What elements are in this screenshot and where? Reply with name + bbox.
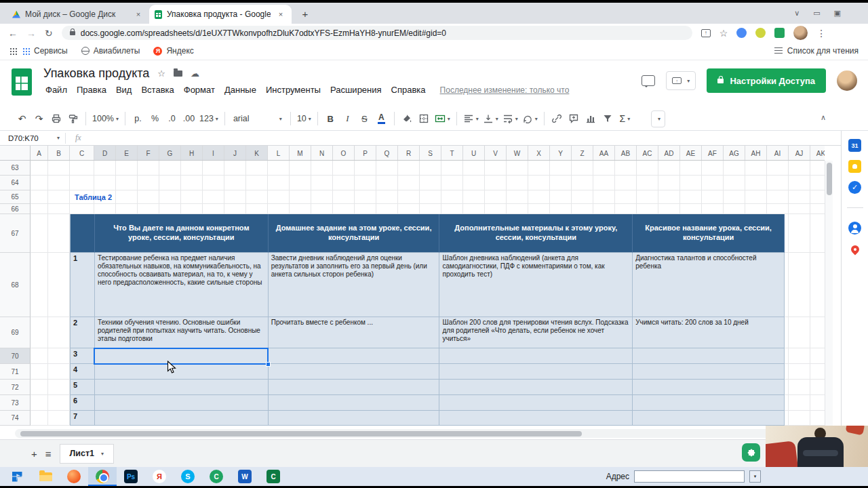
table-row-number[interactable]: 4 bbox=[71, 364, 95, 380]
reload-icon[interactable]: ↻ bbox=[45, 28, 53, 38]
cell-AK68[interactable] bbox=[810, 253, 825, 317]
horizontal-scrollbar[interactable] bbox=[15, 429, 823, 438]
cell-O64[interactable] bbox=[333, 176, 355, 190]
paint-format-button[interactable] bbox=[64, 110, 81, 127]
cell-AD64[interactable] bbox=[658, 176, 680, 190]
table-row-number[interactable]: 5 bbox=[71, 380, 95, 395]
bookmark-services[interactable]: Сервисы bbox=[22, 46, 68, 56]
functions-button[interactable]: Σ▾ bbox=[616, 110, 633, 127]
address-bar[interactable]: docs.google.com/spreadsheets/d/1eUX7TWko… bbox=[62, 26, 692, 40]
cell-T64[interactable] bbox=[441, 176, 463, 190]
cell-T66[interactable] bbox=[441, 204, 463, 214]
cell-AJ64[interactable] bbox=[789, 176, 810, 190]
cell-O63[interactable] bbox=[333, 161, 355, 176]
cell-AJ63[interactable] bbox=[789, 161, 810, 176]
cell-L66[interactable] bbox=[268, 204, 290, 214]
horizontal-align-button[interactable]: ▾ bbox=[461, 110, 481, 127]
column-header-Z[interactable]: Z bbox=[572, 146, 593, 161]
number-format-button[interactable]: 123▾ bbox=[197, 110, 220, 127]
table-cell-7-2[interactable] bbox=[269, 411, 440, 426]
menu-format[interactable]: Формат bbox=[179, 82, 220, 98]
column-header-H[interactable]: H bbox=[181, 146, 203, 161]
cell-L65[interactable] bbox=[268, 190, 290, 204]
table-header-2[interactable]: Домашнее задание на этом уроке, сессии, … bbox=[269, 214, 440, 253]
menu-tools[interactable]: Инструменты bbox=[261, 82, 326, 98]
browser-profile-avatar[interactable] bbox=[793, 26, 808, 40]
table-cell-6-3[interactable] bbox=[439, 395, 633, 411]
vertical-scroll-thumb[interactable] bbox=[827, 163, 832, 195]
cell-AK67[interactable] bbox=[810, 214, 825, 253]
cell-J64[interactable] bbox=[224, 176, 246, 190]
cell-W64[interactable] bbox=[507, 176, 528, 190]
cell-AD63[interactable] bbox=[658, 161, 680, 176]
table-row-number[interactable]: 2 bbox=[71, 317, 95, 348]
cell-AI63[interactable] bbox=[767, 161, 789, 176]
row-header-65[interactable]: 65 bbox=[0, 190, 31, 204]
column-header-K[interactable]: K bbox=[246, 146, 268, 161]
cell-M65[interactable] bbox=[290, 190, 311, 204]
cell-U65[interactable] bbox=[463, 190, 485, 204]
cell-AK73[interactable] bbox=[810, 395, 825, 411]
name-box[interactable]: D70:K70 ▾ bbox=[0, 134, 65, 142]
print-button[interactable] bbox=[47, 110, 64, 127]
cell-O65[interactable] bbox=[333, 190, 355, 204]
star-icon[interactable]: ☆ bbox=[157, 68, 165, 79]
column-header-T[interactable]: T bbox=[441, 146, 463, 161]
cell-Y63[interactable] bbox=[550, 161, 572, 176]
menu-insert[interactable]: Вставка bbox=[136, 82, 178, 98]
table-cell-5-3[interactable] bbox=[439, 380, 633, 395]
close-tab-icon[interactable]: × bbox=[275, 9, 286, 20]
column-header-S[interactable]: S bbox=[420, 146, 441, 161]
undo-button[interactable]: ↶ bbox=[14, 110, 31, 127]
column-header-M[interactable]: M bbox=[290, 146, 311, 161]
cell-K66[interactable] bbox=[246, 204, 268, 214]
cell-AA65[interactable] bbox=[593, 190, 615, 204]
table-cell-6-2[interactable] bbox=[269, 395, 440, 411]
cell-J65[interactable] bbox=[224, 190, 246, 204]
chrome-button[interactable] bbox=[88, 467, 117, 486]
cell-F64[interactable] bbox=[138, 176, 159, 190]
comments-icon[interactable] bbox=[642, 75, 655, 86]
cell-X65[interactable] bbox=[528, 190, 550, 204]
cell-A73[interactable] bbox=[31, 395, 48, 411]
cell-Y64[interactable] bbox=[550, 176, 572, 190]
bookmark-yandex[interactable]: Я Яндекс bbox=[153, 46, 193, 56]
cell-R65[interactable] bbox=[398, 190, 420, 204]
format-percent-button[interactable]: % bbox=[146, 110, 163, 127]
zoom-select[interactable]: 100%▾ bbox=[90, 110, 121, 127]
cell-R64[interactable] bbox=[398, 176, 420, 190]
table-cell-4-4[interactable] bbox=[633, 364, 785, 380]
cell-AC66[interactable] bbox=[637, 204, 658, 214]
column-header-C[interactable]: C bbox=[70, 146, 94, 161]
table-cell-2-4[interactable]: Учимся читать: 200 слов за 10 дней bbox=[633, 317, 785, 348]
cell-AC63[interactable] bbox=[637, 161, 658, 176]
cell-A67[interactable] bbox=[31, 214, 48, 253]
sheet-tab-list1[interactable]: Лист1 ▾ bbox=[60, 444, 115, 464]
cell-AA64[interactable] bbox=[593, 176, 615, 190]
cell-AI64[interactable] bbox=[767, 176, 789, 190]
cell-W63[interactable] bbox=[507, 161, 528, 176]
cell-AJ65[interactable] bbox=[789, 190, 810, 204]
text-color-button[interactable]: A bbox=[373, 110, 390, 127]
column-header-N[interactable]: N bbox=[311, 146, 333, 161]
cell-Q66[interactable] bbox=[376, 204, 398, 214]
table-cell-4-3[interactable] bbox=[439, 364, 633, 380]
bold-button[interactable]: B bbox=[322, 110, 339, 127]
extension-blue-icon[interactable] bbox=[736, 28, 747, 38]
cell-AK74[interactable] bbox=[810, 411, 825, 426]
cell-Z63[interactable] bbox=[572, 161, 593, 176]
keep-icon[interactable] bbox=[848, 160, 861, 173]
column-header-D[interactable]: D bbox=[94, 146, 116, 161]
strikethrough-button[interactable]: S bbox=[356, 110, 373, 127]
maps-icon[interactable] bbox=[848, 243, 861, 256]
cell-AE64[interactable] bbox=[680, 176, 702, 190]
cell-AK69[interactable] bbox=[810, 317, 825, 348]
borders-button[interactable] bbox=[416, 110, 433, 127]
cell-F63[interactable] bbox=[138, 161, 159, 176]
cell-AC65[interactable] bbox=[637, 190, 658, 204]
cell-W65[interactable] bbox=[507, 190, 528, 204]
merge-cells-button[interactable]: ▾ bbox=[433, 110, 452, 127]
cell-AD65[interactable] bbox=[658, 190, 680, 204]
table-cell-5-4[interactable] bbox=[633, 380, 785, 395]
cell-A66[interactable] bbox=[31, 204, 48, 214]
